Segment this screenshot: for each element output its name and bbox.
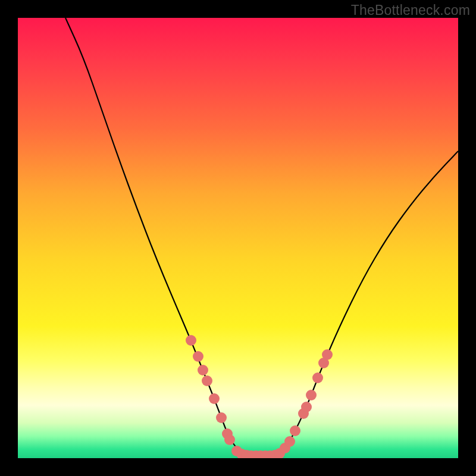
data-dot	[198, 365, 208, 375]
data-dot	[301, 402, 312, 412]
chart-area	[18, 18, 458, 458]
data-dot	[209, 393, 220, 404]
curve-left	[65, 18, 247, 456]
data-dot	[290, 425, 300, 436]
data-dot	[202, 375, 212, 386]
data-dot	[322, 349, 333, 360]
data-dot	[312, 372, 323, 383]
data-dots	[186, 335, 333, 458]
data-dot	[224, 434, 235, 445]
data-dot	[306, 390, 317, 400]
chart-svg	[18, 18, 458, 458]
attribution-text: TheBottleneck.com	[351, 2, 470, 18]
data-dot	[193, 351, 203, 362]
data-dot	[186, 335, 196, 346]
data-dot	[216, 412, 227, 423]
data-dot	[284, 436, 295, 447]
